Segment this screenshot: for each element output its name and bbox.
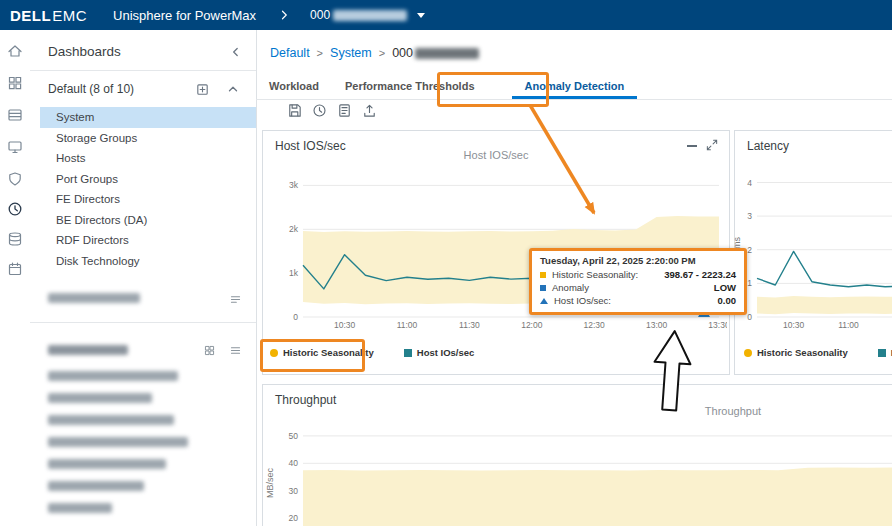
- tooltip-label: Historic Seasonality:: [552, 269, 638, 280]
- legend-historic-seasonality[interactable]: Historic Seasonality: [744, 347, 848, 358]
- anomaly-swatch: [540, 285, 546, 291]
- dellemc-logo: DELLEMC: [10, 7, 87, 24]
- legend-square-swatch: [404, 349, 412, 357]
- top-bar: DELLEMC Unisphere for PowerMax 000: [0, 0, 892, 30]
- tab-workload[interactable]: Workload: [256, 74, 332, 99]
- app-title: Unisphere for PowerMax: [113, 8, 256, 23]
- breadcrumb-default-link[interactable]: Default: [270, 46, 310, 60]
- masked-list-item[interactable]: [48, 393, 152, 403]
- breadcrumb-separator: >: [379, 47, 385, 59]
- divider: [30, 322, 256, 323]
- dashboard-set-label: Default (8 of 10): [48, 82, 134, 96]
- legend-dot-swatch: [744, 349, 752, 357]
- svg-text:13:30: 13:30: [708, 320, 727, 330]
- masked-list-item[interactable]: [48, 371, 178, 381]
- latency-panel: Latency 4321010:3011:0011:30: [734, 130, 892, 375]
- legend-label: Historic Seasonality: [283, 347, 374, 358]
- sidebar-item-port-groups[interactable]: Port Groups: [30, 169, 256, 190]
- legend-response-time[interactable]: Response Ti: [878, 347, 892, 358]
- chart-tooltip: Tuesday, April 22, 2025 2:20:00 PM Histo…: [529, 248, 747, 315]
- breadcrumb-system-link[interactable]: System: [330, 46, 372, 60]
- dashboards-icon[interactable]: [6, 74, 24, 92]
- latency-chart: 4321010:3011:0011:30: [737, 161, 892, 333]
- svg-text:0: 0: [747, 312, 752, 322]
- sidebar-item-hosts[interactable]: Hosts: [30, 148, 256, 169]
- masked-list-item[interactable]: [48, 437, 188, 447]
- tooltip-value: 398.67 - 2223.24: [664, 269, 736, 280]
- tab-performance-thresholds[interactable]: Performance Thresholds: [332, 74, 488, 99]
- svg-text:3k: 3k: [289, 180, 299, 190]
- breadcrumb-current: 000: [392, 46, 479, 60]
- masked-list-item[interactable]: [48, 481, 144, 491]
- svg-text:1k: 1k: [289, 268, 299, 278]
- add-dashboard-icon[interactable]: [195, 82, 210, 97]
- svg-text:0: 0: [293, 312, 298, 322]
- tab-bar: Workload Performance Thresholds Anomaly …: [256, 74, 892, 100]
- masked-list-item[interactable]: [48, 503, 112, 513]
- sidebar-item-disk-technology[interactable]: Disk Technology: [30, 251, 256, 272]
- sidebar-item-fe-directors[interactable]: FE Directors: [30, 189, 256, 210]
- list-icon[interactable]: [229, 292, 242, 305]
- data-protection-icon[interactable]: [6, 170, 24, 188]
- dashboard-set-dropdown[interactable]: Default (8 of 10): [30, 78, 256, 102]
- sidebar-item-storage-groups[interactable]: Storage Groups: [30, 128, 256, 149]
- legend-historic-seasonality[interactable]: Historic Seasonality: [270, 347, 374, 358]
- sidebar-item-system[interactable]: System: [40, 107, 256, 128]
- grid-view-icon[interactable]: [203, 343, 216, 356]
- save-icon[interactable]: [286, 102, 303, 119]
- svg-text:4: 4: [747, 178, 752, 188]
- seasonality-swatch: [540, 272, 546, 278]
- svg-text:10:30: 10:30: [334, 320, 356, 330]
- performance-icon[interactable]: [6, 200, 24, 218]
- svg-text:2k: 2k: [289, 224, 299, 234]
- report-list-icon[interactable]: [336, 102, 353, 119]
- svg-text:10:30: 10:30: [783, 320, 805, 330]
- menu-icon[interactable]: [229, 343, 242, 356]
- svg-text:20: 20: [289, 513, 299, 523]
- sidebar-item-be-directors[interactable]: BE Directors (DA): [30, 210, 256, 231]
- tab-anomaly-detection[interactable]: Anomaly Detection: [512, 74, 638, 99]
- legend-dot-swatch: [270, 349, 278, 357]
- chevron-up-icon[interactable]: [226, 82, 240, 96]
- tooltip-label: Host IOs/sec:: [554, 295, 611, 306]
- events-icon[interactable]: [6, 260, 24, 278]
- system-id-prefix: 000: [310, 8, 330, 22]
- tooltip-row-seasonality: Historic Seasonality: 398.67 - 2223.24: [540, 269, 736, 280]
- divider: [30, 70, 256, 71]
- storage-systems-icon[interactable]: [6, 106, 24, 124]
- sidebar-item-rdf-directors[interactable]: RDF Directors: [30, 230, 256, 251]
- chart-title: Host IOS/sec: [263, 149, 729, 161]
- legend-label: Host IOs/sec: [417, 347, 475, 358]
- logo-emc: EMC: [52, 7, 87, 24]
- svg-text:11:00: 11:00: [397, 320, 418, 330]
- tooltip-label: Anomaly: [552, 282, 589, 293]
- system-id-selector[interactable]: 000: [310, 8, 425, 22]
- dashboards-sidebar: Dashboards Default (8 of 10) System Stor…: [30, 30, 257, 526]
- sidebar-title: Dashboards: [48, 44, 121, 59]
- svg-text:2: 2: [747, 245, 752, 255]
- chevron-right-icon: [278, 9, 290, 21]
- export-icon[interactable]: [361, 102, 378, 119]
- svg-text:40: 40: [289, 458, 299, 468]
- svg-text:3: 3: [747, 211, 752, 221]
- hosts-icon[interactable]: [6, 138, 24, 156]
- masked-list-item[interactable]: [48, 293, 140, 303]
- latency-chart-legend: Historic Seasonality Response Ti: [744, 347, 892, 358]
- masked-list-item[interactable]: [48, 415, 174, 425]
- throughput-panel: Throughput Throughput 50403020: [262, 384, 892, 526]
- tooltip-row-anomaly: Anomaly LOW: [540, 282, 736, 293]
- system-icon[interactable]: [6, 230, 24, 248]
- home-icon[interactable]: [6, 42, 24, 60]
- svg-text:12:30: 12:30: [584, 320, 606, 330]
- tooltip-value: 0.00: [718, 295, 737, 306]
- time-range-icon[interactable]: [311, 102, 328, 119]
- breadcrumb-separator: >: [317, 47, 323, 59]
- unisphere-app-window: DELLEMC Unisphere for PowerMax 000: [0, 0, 892, 526]
- svg-text:13:00: 13:00: [646, 320, 668, 330]
- svg-text:30: 30: [289, 486, 299, 496]
- minimize-icon[interactable]: [687, 145, 697, 147]
- masked-list-item[interactable]: [48, 459, 166, 469]
- collapse-sidebar-icon[interactable]: [228, 45, 242, 59]
- legend-host-ios[interactable]: Host IOs/sec: [404, 347, 475, 358]
- svg-text:11:30: 11:30: [459, 320, 480, 330]
